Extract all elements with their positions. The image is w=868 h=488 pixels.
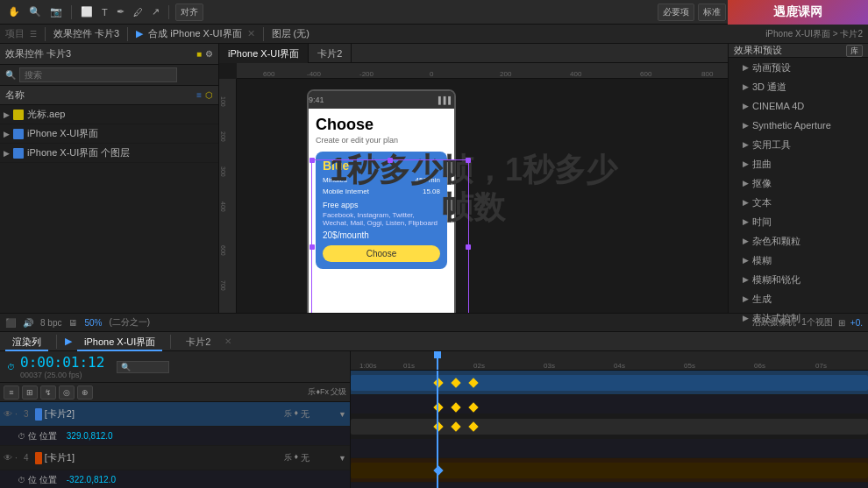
- effect-synthetic[interactable]: ▶ Synthetic Aperture: [729, 116, 868, 135]
- effect-noise[interactable]: ▶ 杂色和颗粒: [729, 231, 868, 251]
- kf-3s-b[interactable]: [451, 402, 460, 412]
- kf-3s-c[interactable]: [468, 402, 478, 412]
- settings-icon[interactable]: ⚙: [205, 49, 213, 59]
- effect-keying[interactable]: ▶ 抠像: [729, 173, 868, 193]
- phone-card: Blue Minutes 450 min Mobile Internet 15.…: [316, 152, 447, 269]
- effects-tab[interactable]: 效果控件 卡片3: [53, 27, 119, 40]
- arrow-icon-expr: ▶: [743, 314, 749, 322]
- timeline-left: ⏱ 0:00:01:12 00037 (25.00 fps) ≡ ⊞ ↯ ◎ ⊕…: [0, 351, 351, 488]
- handle-mr[interactable]: [466, 244, 471, 250]
- comp2-tab[interactable]: 图层 (无): [272, 27, 309, 40]
- tl-comp-tab[interactable]: iPhone X-UI界面: [77, 332, 162, 351]
- main-toolbar: ✋ 🔍 📷 ⬜ T ✒ 🖊 ↗ 对齐 必要项 标准 小屏幕 库 🔍 遇鹿课网: [0, 0, 868, 25]
- tool-text[interactable]: T: [99, 5, 110, 19]
- position-val-3[interactable]: 329.0,812.0: [67, 431, 113, 441]
- tl-layer-4[interactable]: 👁 · 4 [卡片1] 乐 ♦ 无 ▼: [0, 446, 350, 470]
- effect-utility[interactable]: ▶ 实用工具: [729, 135, 868, 154]
- effect-text[interactable]: ▶ 文本: [729, 193, 868, 212]
- left-panel: 效果控件 卡片3 ■ ⚙ 🔍 名称 ≡ ⬡ ▶ 光标.aep ▶ iPhone …: [0, 44, 219, 313]
- ctrl-icon-4a: 乐: [284, 452, 292, 463]
- viewer-tab-main[interactable]: iPhone X-UI界面: [219, 44, 309, 63]
- effect-cinema4d[interactable]: ▶ CINEMA 4D: [729, 96, 868, 116]
- eye-icon-4[interactable]: 👁: [4, 453, 12, 463]
- tl-btn-3[interactable]: ↯: [40, 385, 56, 400]
- track-bar-3: [351, 375, 868, 391]
- tool-brush[interactable]: 🖊: [131, 5, 146, 19]
- effect-generate[interactable]: ▶ 生成: [729, 289, 868, 308]
- tl-btn-2[interactable]: ⊞: [22, 385, 38, 400]
- layer-name-ui: iPhone X-UI界面: [27, 127, 98, 140]
- kf-3s-a[interactable]: [433, 402, 443, 412]
- ruler-v-300: 300: [220, 166, 226, 177]
- tl-layer-3[interactable]: 👁 · 3 [卡片2] 乐 ♦ 无 ▼: [0, 402, 350, 427]
- layer-item-aep[interactable]: ▶ 光标.aep: [0, 105, 218, 124]
- clock-icon-3[interactable]: ⏱: [18, 432, 25, 441]
- comp-tab-label[interactable]: 合成 iPhone X-UI界面: [148, 27, 241, 40]
- track-4-sub: [351, 439, 868, 458]
- tl-btn-1[interactable]: ≡: [4, 385, 19, 400]
- status-right: 活跃摄像机 1个视图 ⊞ +0.: [752, 316, 863, 329]
- track-5-sub: [351, 483, 868, 488]
- tab-close[interactable]: ✕: [247, 28, 255, 39]
- tool-shape[interactable]: ⬜: [78, 4, 96, 19]
- layer-item-ui[interactable]: ▶ iPhone X-UI界面: [0, 124, 218, 144]
- tl-btn-5[interactable]: ⊕: [77, 385, 93, 400]
- phone-battery: ▐▐▐: [436, 96, 451, 104]
- tool-zoom[interactable]: 🔍: [26, 4, 44, 19]
- effect-animation[interactable]: ▶ 动画预设: [729, 58, 868, 77]
- dropdown-icon-4[interactable]: ▼: [338, 454, 346, 463]
- timeline-panel: 渲染列 ▶ iPhone X-UI界面 卡片2 ✕ ⏱ 0:00:01:12 0…: [0, 332, 868, 488]
- align-button[interactable]: 对齐: [175, 4, 203, 21]
- lock-icon-4: ·: [15, 453, 18, 463]
- position-label-3: 位 位置: [28, 430, 57, 442]
- render-tab[interactable]: 渲染列: [5, 332, 48, 351]
- comp-tab[interactable]: ▶: [136, 28, 143, 39]
- effect-time[interactable]: ▶ 时间: [729, 212, 868, 231]
- track-3: [351, 371, 868, 395]
- parent-3[interactable]: 无: [301, 408, 336, 421]
- tl-search-input[interactable]: [117, 361, 169, 373]
- parent-4[interactable]: 无: [301, 452, 336, 464]
- handle-tr[interactable]: [466, 158, 471, 163]
- fps-value: 00037 (25.00 fps): [20, 371, 104, 379]
- ruler-v-200: 200: [220, 131, 226, 142]
- ruler-horizontal: 600 -400 -200 0 200 400 600 800 1000 120…: [237, 63, 728, 79]
- zoom-level[interactable]: 50%: [84, 318, 102, 328]
- effect-3d[interactable]: ▶ 3D 通道: [729, 77, 868, 96]
- layer-item-ui2[interactable]: ▶ iPhone X-UI界面 个图层: [0, 144, 218, 163]
- library-btn[interactable]: 库: [846, 45, 863, 57]
- tool-arrow[interactable]: ↗: [149, 4, 162, 19]
- timeline-header: 渲染列 ▶ iPhone X-UI界面 卡片2 ✕: [0, 332, 868, 351]
- position-val-4[interactable]: -322.0,812.0: [67, 475, 116, 484]
- viewer-tab-card[interactable]: 卡片2: [309, 44, 352, 63]
- tl-btn-4[interactable]: ◎: [59, 385, 75, 400]
- standard-button[interactable]: 标准: [698, 4, 726, 21]
- arrow-icon-blur: ▶: [743, 256, 749, 265]
- toolbar-sep-1: [71, 5, 72, 19]
- tool-hand[interactable]: ✋: [5, 4, 23, 19]
- minutes-val: 450 min: [416, 176, 440, 184]
- tool-pen[interactable]: ✒: [114, 4, 127, 19]
- tool-camera[interactable]: 📷: [47, 4, 65, 19]
- essential-button[interactable]: 必要项: [658, 4, 694, 21]
- effect-distort[interactable]: ▶ 扭曲: [729, 154, 868, 173]
- effects-search[interactable]: [19, 67, 177, 82]
- arrow-icon-blursharp: ▶: [743, 275, 749, 284]
- col-header-parent: 父级: [331, 386, 346, 398]
- effect-blursharp[interactable]: ▶ 模糊和锐化: [729, 270, 868, 289]
- timecode-value[interactable]: 0:00:01:12: [20, 354, 104, 371]
- clock-icon-4[interactable]: ⏱: [18, 476, 25, 484]
- tl-close[interactable]: ✕: [224, 336, 231, 346]
- ctrl-icon-3a: 乐: [284, 408, 292, 420]
- arrow-icon: ▶: [743, 63, 749, 72]
- main-area: 效果控件 卡片3 ■ ⚙ 🔍 名称 ≡ ⬡ ▶ 光标.aep ▶ iPhone …: [0, 44, 868, 313]
- layer-color-4: [35, 452, 42, 464]
- tl-card-tab[interactable]: 卡片2: [179, 332, 217, 351]
- timecode-display: 0:00:01:12 00037 (25.00 fps): [20, 354, 104, 379]
- menu-icon[interactable]: ☰: [30, 30, 37, 39]
- effect-blur[interactable]: ▶ 模糊: [729, 251, 868, 270]
- dropdown-icon-3[interactable]: ▼: [338, 410, 346, 419]
- eye-icon-3[interactable]: 👁: [4, 409, 12, 419]
- effect-time-label: 时间: [752, 216, 772, 229]
- tl-tracks: 1:00s 01s 02s 03s 04s 05s 06s 07s 08s 09…: [351, 351, 868, 488]
